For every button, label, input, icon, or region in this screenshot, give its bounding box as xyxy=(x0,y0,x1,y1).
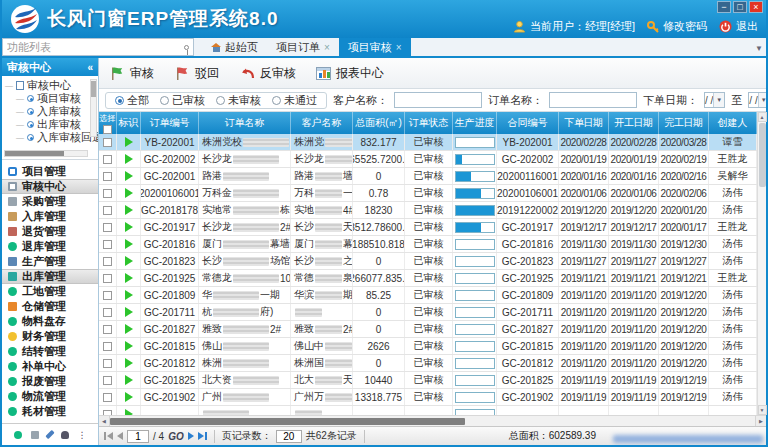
column-finish-date[interactable]: 完工日期 xyxy=(659,112,709,134)
table-vertical-scrollbar[interactable]: ▲ ▼ xyxy=(757,112,766,415)
radio-unaudited[interactable]: 未审核 xyxy=(216,93,261,108)
row-checkbox[interactable] xyxy=(103,342,112,351)
column-progress[interactable]: 生产进度 xyxy=(453,112,497,134)
row-checkbox[interactable] xyxy=(103,172,112,181)
table-row[interactable]: GC-201827 雅致2# 雅致2# 0 已审核 GC-201827 2019… xyxy=(99,321,757,338)
table-row[interactable]: GC-202001 路港 路港墙 0 已审核 20200116001 2020/… xyxy=(99,168,757,185)
select-all-checkbox[interactable] xyxy=(103,125,112,134)
cart-icon[interactable] xyxy=(31,431,39,439)
column-area[interactable]: 总面积(㎡) xyxy=(353,112,405,134)
sidebar-module[interactable]: 采购管理 xyxy=(2,194,98,209)
chevron-down-icon[interactable]: ▼ xyxy=(713,93,724,107)
sidebar-module[interactable]: 出库管理 xyxy=(2,269,98,284)
page-number-input[interactable] xyxy=(127,430,149,443)
collapse-icon[interactable]: « xyxy=(87,62,93,73)
row-checkbox[interactable] xyxy=(103,257,112,266)
table-row[interactable]: GC-2018178 实地常栋 实地4#.. 18230 已审核 2019122… xyxy=(99,202,757,219)
sidebar-module[interactable]: 生产管理 xyxy=(2,254,98,269)
row-checkbox[interactable] xyxy=(103,138,112,147)
radio-failed[interactable]: 未通过 xyxy=(272,93,317,108)
column-order-name[interactable]: 订单名称 xyxy=(199,112,291,134)
sidebar-module[interactable]: 报废管理 xyxy=(2,374,98,389)
person-icon[interactable] xyxy=(61,431,69,439)
minimize-button[interactable]: − xyxy=(717,1,731,13)
table-row[interactable]: YB-202001 株洲党校 株洲党员.. 832.177 已审核 YB-202… xyxy=(99,134,757,151)
column-status[interactable]: 订单状态 xyxy=(405,112,453,134)
row-checkbox[interactable] xyxy=(103,376,112,385)
scroll-up-icon[interactable]: ▲ xyxy=(758,112,767,122)
go-button[interactable]: GO xyxy=(168,431,184,442)
dot-icon[interactable] xyxy=(14,431,22,439)
row-checkbox[interactable] xyxy=(103,325,112,334)
column-order-no[interactable]: 订单编号 xyxy=(141,112,199,134)
table-row[interactable]: GC-201812 株洲 株洲国未来 0 已审核 GC-201812 2019/… xyxy=(99,355,757,372)
scroll-right-icon[interactable]: ▶ xyxy=(755,416,766,427)
sidebar-module[interactable]: 结转管理 xyxy=(2,344,98,359)
row-checkbox[interactable] xyxy=(103,189,112,198)
sidebar-module[interactable]: 退货管理 xyxy=(2,224,98,239)
table-row[interactable]: GC-201823 长沙场馆 长沙之.. 0 已审核 GC-201823 201… xyxy=(99,253,757,270)
row-checkbox[interactable] xyxy=(103,308,112,317)
table-row[interactable]: GC-201917 长沙龙2# 长沙天.. 8512.78600.. 已审核 G… xyxy=(99,219,757,236)
sidebar-module[interactable]: 工地管理 xyxy=(2,284,98,299)
radio-all[interactable]: 全部 xyxy=(115,93,149,108)
pin-icon[interactable] xyxy=(184,45,189,50)
order-name-input[interactable] xyxy=(549,92,637,108)
scroll-down-icon[interactable]: ▼ xyxy=(758,405,767,415)
row-checkbox[interactable] xyxy=(103,359,112,368)
last-page-button[interactable] xyxy=(198,432,207,440)
more-icon[interactable]: ⋮ xyxy=(78,431,87,439)
maximize-button[interactable]: □ xyxy=(733,1,747,13)
sidebar-module[interactable]: 物流管理 xyxy=(2,389,98,404)
sidebar-module[interactable]: 补单中心 xyxy=(2,359,98,374)
function-search-input[interactable] xyxy=(7,41,180,53)
table-row[interactable]: GC-201809 华一期 华滨期 85.25 已审核 GC-201809 20… xyxy=(99,287,757,304)
sidebar-module[interactable]: 入库管理 xyxy=(2,209,98,224)
sidebar-panel-header[interactable]: 审核中心 « xyxy=(2,58,98,76)
column-start-date[interactable]: 开工日期 xyxy=(609,112,659,134)
reject-button[interactable]: 驳回 xyxy=(174,65,219,82)
column-creator[interactable]: 创建人 xyxy=(709,112,757,134)
column-order-date[interactable]: 下单日期 xyxy=(559,112,609,134)
order-date-to-picker[interactable]: / / ▼ xyxy=(748,92,766,108)
row-checkbox[interactable] xyxy=(103,223,112,232)
row-checkbox[interactable] xyxy=(103,274,112,283)
tab[interactable]: 项目审核 × xyxy=(339,38,411,56)
row-checkbox[interactable] xyxy=(103,393,112,402)
radio-audited[interactable]: 已审核 xyxy=(160,93,205,108)
sidebar-module[interactable]: 物料盘存 xyxy=(2,314,98,329)
unaudit-button[interactable]: 反审核 xyxy=(239,65,296,82)
pen-icon[interactable] xyxy=(45,430,54,439)
change-password-button[interactable]: 修改密码 xyxy=(647,19,707,34)
next-page-button[interactable] xyxy=(188,432,194,440)
row-checkbox[interactable] xyxy=(103,155,112,164)
column-customer[interactable]: 客户名称 xyxy=(291,112,353,134)
sidebar-module[interactable]: 耗材管理 xyxy=(2,404,98,419)
table-row[interactable]: GC-202002 长沙龙 长沙龙员.. 65525.7200.. 已审核 GC… xyxy=(99,151,757,168)
sidebar-module[interactable]: 仓储管理 xyxy=(2,299,98,314)
table-row[interactable]: GC-201825 北大资 北大天.. 10440 已审核 GC-201825 … xyxy=(99,372,757,389)
tree-vertical-scrollbar[interactable] xyxy=(90,79,97,137)
table-row[interactable]: GC-201925 常德龙10 常德泉.. 266077.835.. 已审核 G… xyxy=(99,270,757,287)
column-contract-no[interactable]: 合同编号 xyxy=(497,112,559,134)
vertical-scroll-thumb[interactable] xyxy=(759,123,766,187)
customer-name-input[interactable] xyxy=(394,92,482,108)
tab-close-icon[interactable]: × xyxy=(324,42,330,53)
sidebar-module[interactable]: 退库管理 xyxy=(2,239,98,254)
table-row[interactable]: GC-201816 厦门幕墙 厦门幕墙 188510.818 已审核 GC-20… xyxy=(99,236,757,253)
row-checkbox[interactable] xyxy=(103,291,112,300)
row-checkbox[interactable] xyxy=(103,206,112,215)
logout-button[interactable]: 退出 xyxy=(719,19,758,34)
tab[interactable]: 起始页 xyxy=(202,38,267,56)
table-row[interactable]: GC-201711 杭府) 0 已审核 GC-201711 2019/11/20… xyxy=(99,304,757,321)
tree-horizontal-scrollbar[interactable] xyxy=(4,150,88,157)
tab-overflow-icon[interactable]: ▼ xyxy=(755,44,763,53)
order-date-from-picker[interactable]: / / ▼ xyxy=(704,92,725,108)
close-button[interactable]: × xyxy=(749,1,763,13)
prev-page-button[interactable] xyxy=(117,432,123,440)
sidebar-module[interactable]: 审核中心 xyxy=(2,179,98,194)
column-flag[interactable]: 标识 xyxy=(117,112,141,134)
table-row[interactable]: 20200106001 万科金 万科一期 0.78 已审核 2020010600… xyxy=(99,185,757,202)
first-page-button[interactable] xyxy=(104,432,113,440)
scroll-left-icon[interactable]: ◀ xyxy=(99,416,110,427)
